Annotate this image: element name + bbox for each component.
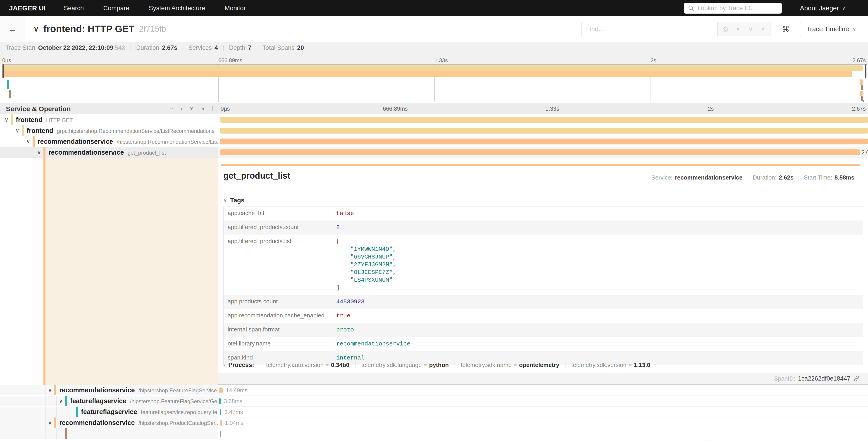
nav-item-search[interactable]: Search	[64, 4, 84, 12]
span-duration-bar[interactable]	[219, 398, 221, 404]
span-name-cell[interactable]: ∨featureflagservice/hipstershop.FeatureF…	[0, 396, 218, 407]
span-name-cell[interactable]: ∨recommendationservice/hipstershop.Recom…	[0, 136, 218, 147]
tag-row[interactable]: app.cache_hitfalse	[223, 206, 863, 220]
span-duration-bar[interactable]	[220, 420, 222, 426]
span-name-cell[interactable]	[0, 428, 218, 439]
tag-value: true	[336, 312, 350, 320]
collapse-trace-chevron-icon[interactable]: ∨	[33, 25, 39, 33]
match-target-icon[interactable]: ◎	[719, 25, 732, 33]
span-row[interactable]: ∨recommendationservice/hipstershop.Recom…	[0, 136, 868, 147]
summary-value: 20	[297, 45, 304, 51]
span-name-label: featureflagservicefeatureflagservice.rep…	[81, 408, 218, 416]
double-chevron-right-icon[interactable]: »	[201, 105, 204, 112]
span-row[interactable]: ∨featureflagservice/hipstershop.FeatureF…	[0, 396, 868, 407]
nav-item-system-architecture[interactable]: System Architecture	[149, 4, 205, 12]
minimap-span	[2, 65, 863, 71]
about-jaeger-menu[interactable]: About Jaeger ∨	[800, 4, 845, 12]
find-input[interactable]	[581, 22, 717, 36]
span-duration-bar[interactable]	[220, 431, 221, 437]
trace-id: 2f715fb	[139, 24, 166, 34]
chevron-down-icon: ∨	[852, 26, 856, 32]
span-color-bar	[43, 158, 45, 385]
nav-item-monitor[interactable]: Monitor	[225, 4, 246, 12]
span-timeline-cell[interactable]: 2.62s	[218, 147, 868, 158]
span-expand-chevron-icon[interactable]: ∨	[48, 419, 52, 426]
span-duration-bar[interactable]	[220, 409, 221, 415]
span-duration-bar[interactable]	[220, 128, 868, 134]
span-row[interactable]: ∨frontendgrpc.hipstershop.Recommendation…	[0, 125, 868, 136]
tag-row[interactable]: internal.span.formatproto	[223, 323, 863, 337]
clear-find-icon[interactable]: ×	[757, 25, 770, 33]
tag-row[interactable]: app.filtered_products.count8	[223, 220, 863, 235]
tag-row[interactable]: app.recommendation.cache_enabledtrue	[223, 309, 863, 323]
process-key: telemetry.sdk.version	[571, 361, 626, 369]
chevron-right-icon[interactable]: ›	[181, 105, 183, 112]
span-name-cell[interactable]: ∨recommendationserviceget_product_list	[0, 147, 218, 158]
span-id-label: SpanID:	[774, 375, 795, 382]
span-expand-chevron-icon[interactable]: ∨	[26, 138, 30, 145]
span-timeline-cell[interactable]	[218, 114, 868, 125]
span-expand-chevron-icon[interactable]: ∨	[59, 398, 63, 404]
span-duration-bar[interactable]	[220, 149, 860, 155]
nav-item-compare[interactable]: Compare	[103, 4, 129, 12]
indent-guides	[0, 428, 57, 439]
span-expand-chevron-icon[interactable]: ∨	[4, 117, 9, 123]
keyboard-shortcuts-button[interactable]: ⌘	[778, 22, 793, 36]
trace-id-search[interactable]	[684, 3, 782, 13]
process-key: telemetry.sdk.language	[361, 361, 422, 369]
service-operation-header: Service & Operation	[6, 105, 71, 113]
span-expand-chevron-icon[interactable]: ∨	[48, 387, 52, 393]
minimap-left-handle[interactable]	[2, 64, 4, 78]
span-timeline-cell[interactable]	[218, 428, 868, 439]
back-button[interactable]: ←	[0, 16, 25, 42]
span-duration-bar[interactable]	[220, 117, 868, 123]
tag-row[interactable]: app.products.count44530923	[223, 295, 863, 309]
span-name-cell[interactable]: featureflagservicefeatureflagservice.rep…	[0, 407, 218, 417]
span-duration-label: 3.47ms	[224, 409, 243, 415]
span-name-cell[interactable]: ∨frontendHTTP GET	[0, 114, 218, 125]
span-name-cell[interactable]: ∨recommendationservice/hipstershop.Featu…	[0, 385, 218, 396]
trace-title: frontend: HTTP GET	[43, 24, 134, 34]
chevron-down-icon[interactable]: ›	[168, 108, 175, 110]
span-row[interactable]: ∨recommendationserviceget_product_list2.…	[0, 147, 868, 158]
summary-value: 4	[215, 45, 218, 51]
span-timeline-cell[interactable]	[218, 136, 868, 147]
span-expand-chevron-icon[interactable]: ∨	[16, 127, 20, 134]
trace-view-selector[interactable]: Trace Timeline ∨	[800, 22, 862, 36]
span-timeline-cell[interactable]: 1.04ms	[218, 417, 868, 428]
tags-section-toggle[interactable]: ∨ Tags	[223, 197, 244, 204]
minimap-right-handle[interactable]	[865, 64, 866, 78]
span-row[interactable]	[0, 428, 868, 439]
copy-link-icon[interactable]	[853, 375, 860, 382]
timeline-tick-label: 2.67s	[852, 106, 866, 112]
span-timeline-cell[interactable]: 3.47ms	[218, 407, 868, 417]
process-section[interactable]: ›Process:telemetry.auto.version=0.34b0te…	[223, 361, 656, 369]
trace-id-search-input[interactable]	[697, 4, 778, 12]
top-nav: JAEGER UI Search Compare System Architec…	[0, 0, 868, 16]
jaeger-logo[interactable]: JAEGER UI	[9, 4, 46, 12]
tag-key: app.filtered_products.list	[223, 238, 336, 245]
find-controls: ◎∧∨×	[717, 22, 771, 36]
json-string-item: "LS4PSXUNUM"	[336, 276, 396, 284]
span-expand-chevron-icon[interactable]: ∨	[37, 149, 41, 155]
tag-row[interactable]: otel.library.namerecommendationservice	[223, 337, 863, 351]
span-duration-bar[interactable]	[220, 139, 868, 144]
next-match-icon[interactable]: ∨	[744, 25, 757, 33]
span-row[interactable]: featureflagservicefeatureflagservice.rep…	[0, 407, 868, 417]
span-name-cell[interactable]: ∨recommendationservice/hipstershop.Produ…	[0, 417, 218, 428]
trace-minimap[interactable]	[2, 64, 867, 102]
span-name-cell[interactable]: ∨frontendgrpc.hipstershop.Recommendation…	[0, 125, 218, 136]
column-resize-grip[interactable]	[212, 107, 215, 111]
span-row[interactable]: ∨recommendationservice/hipstershop.Produ…	[0, 417, 868, 428]
prev-match-icon[interactable]: ∧	[732, 25, 744, 33]
tag-row[interactable]: app.filtered_products.list["1YMWWN1N4O",…	[223, 235, 863, 295]
process-value: opentelemetry	[519, 361, 559, 369]
span-duration-bar[interactable]	[219, 387, 223, 393]
span-timeline-cell[interactable]	[218, 125, 868, 136]
span-color-bar	[22, 125, 24, 136]
span-timeline-cell[interactable]: 3.68ms	[218, 396, 868, 407]
span-timeline-cell[interactable]: 14.49ms	[218, 385, 868, 396]
span-row[interactable]: ∨frontendHTTP GET	[0, 114, 868, 125]
span-row[interactable]: ∨recommendationservice/hipstershop.Featu…	[0, 385, 868, 396]
double-chevron-down-icon[interactable]: »	[188, 107, 195, 110]
